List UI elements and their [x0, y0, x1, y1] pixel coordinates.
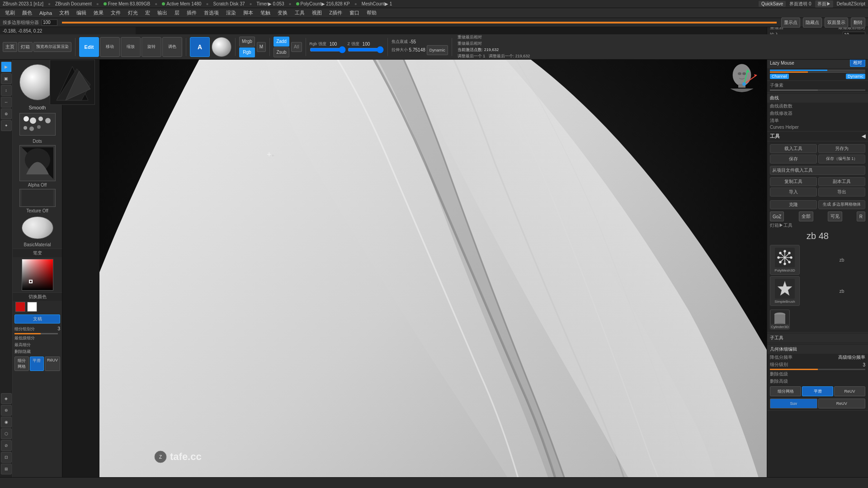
- subtool-header[interactable]: 子工具: [767, 333, 868, 343]
- import-btn[interactable]: 导入: [770, 188, 817, 197]
- menu-zplugin[interactable]: Z插件: [326, 9, 345, 17]
- rgb-intensity-range[interactable]: [310, 47, 346, 52]
- smooth-btn[interactable]: 平滑: [30, 357, 44, 371]
- sub-mesh-btn[interactable]: 细分网格: [770, 386, 801, 396]
- brush-type-btn[interactable]: A: [190, 37, 210, 57]
- reuv-btn[interactable]: RéUV: [45, 357, 60, 371]
- viewport[interactable]: + Z tafe.cc: [99, 60, 767, 477]
- all-btn[interactable]: 全部: [799, 211, 813, 221]
- display-point-btn[interactable]: 显示点: [781, 18, 800, 28]
- menu-layer[interactable]: 层: [171, 9, 183, 17]
- poly-group-slider[interactable]: [62, 22, 777, 23]
- thumb-cylinder[interactable]: Cylinder3D: [770, 310, 790, 329]
- rgb-btn[interactable]: Rgb: [239, 47, 255, 57]
- li-btn-bottom6[interactable]: ⊡: [1, 452, 12, 463]
- quick-save-btn[interactable]: QuickSave: [759, 1, 786, 7]
- fore-color-box[interactable]: [15, 302, 25, 312]
- smooth-geo-btn[interactable]: 平滑: [802, 386, 833, 396]
- menu-edit[interactable]: 编辑: [73, 9, 90, 17]
- export-btn[interactable]: 导出: [818, 188, 865, 197]
- menu-macro[interactable]: 宏: [142, 9, 153, 17]
- back-color-box[interactable]: [27, 302, 37, 312]
- thumb-polymesh[interactable]: PolyMesh3D: [770, 245, 800, 275]
- color-adjust-btn[interactable]: 调色: [162, 37, 182, 57]
- subdiv-slider-rp[interactable]: [770, 369, 865, 370]
- active-doc-btn[interactable]: 文稿: [14, 314, 60, 324]
- mode-btn[interactable]: 界面▶: [815, 0, 833, 8]
- li-btn-bottom5[interactable]: ⊘: [1, 440, 12, 451]
- menu-effects[interactable]: 效果: [90, 9, 107, 17]
- li-btn-3[interactable]: ↕: [1, 85, 12, 96]
- menu-alpha[interactable]: Alpha: [36, 9, 55, 17]
- load-project-btn[interactable]: 从项目文件载入工具: [770, 166, 865, 175]
- subdiv-slider[interactable]: [14, 333, 58, 334]
- menu-color[interactable]: 颜色: [19, 9, 35, 17]
- flip-btn[interactable]: 翻转: [851, 18, 865, 28]
- tab-home[interactable]: 主页: [3, 42, 17, 52]
- menu-render[interactable]: 渲染: [223, 9, 239, 17]
- hide-point-btn[interactable]: 隐藏点: [803, 18, 822, 28]
- visible-btn[interactable]: 可见: [828, 211, 842, 221]
- save-num-btn[interactable]: 保存（编号加 1）: [818, 155, 865, 164]
- copy-tool-btn[interactable]: 复制工具: [770, 177, 817, 186]
- zadd-btn[interactable]: Zadd: [274, 37, 289, 47]
- menu-lights[interactable]: 灯光: [125, 9, 141, 17]
- tab-preview[interactable]: 预览布尔运算渲染: [33, 42, 71, 52]
- menu-document[interactable]: 文档: [56, 9, 72, 17]
- menu-help[interactable]: 帮助: [363, 9, 380, 17]
- save-btn[interactable]: 保存: [770, 155, 817, 164]
- zsub-btn[interactable]: Zsub: [274, 47, 289, 57]
- menu-plugin[interactable]: 插件: [184, 9, 200, 17]
- li-btn-bottom4[interactable]: ⬡: [1, 428, 12, 439]
- li-btn-1[interactable]: ▶: [1, 61, 12, 72]
- sub-pixel-slider[interactable]: [770, 89, 865, 91]
- poly-group-input[interactable]: [42, 19, 57, 26]
- li-btn-2[interactable]: ▣: [1, 73, 12, 84]
- li-btn-4[interactable]: ↔: [1, 97, 12, 108]
- double-display-btn[interactable]: 双面显示: [825, 18, 848, 28]
- mrgb-btn[interactable]: Mrgb: [239, 37, 255, 47]
- menu-tool[interactable]: 工具: [292, 9, 308, 17]
- menu-brush[interactable]: 笔刷: [2, 9, 18, 17]
- menu-window[interactable]: 窗口: [346, 9, 363, 17]
- clone-btn[interactable]: 克隆: [770, 200, 817, 209]
- menu-output[interactable]: 输出: [154, 9, 170, 17]
- lazy-slider-2[interactable]: [770, 71, 865, 73]
- menu-file[interactable]: 文件: [108, 9, 124, 17]
- edit-btn[interactable]: Edit: [79, 37, 99, 57]
- atl-btn[interactable]: Atl: [291, 42, 302, 52]
- scale-btn[interactable]: 缩放: [121, 37, 141, 57]
- copy-tool2-btn[interactable]: 副本工具: [818, 177, 865, 186]
- m-btn[interactable]: M: [257, 42, 266, 52]
- move-btn[interactable]: 移动: [100, 37, 120, 57]
- texture-preview[interactable]: [19, 189, 56, 207]
- z-intensity-range[interactable]: [348, 47, 384, 52]
- import-tool-btn[interactable]: 载入工具: [770, 144, 817, 153]
- li-btn-bottom3[interactable]: ◉: [1, 417, 12, 427]
- subdiv-mesh-btn[interactable]: 细分网格: [14, 357, 29, 371]
- menu-preferences[interactable]: 首选项: [201, 9, 222, 17]
- dynamic-btn[interactable]: Dynamic: [427, 45, 448, 55]
- tab-lightbox[interactable]: 灯箱: [18, 42, 33, 52]
- li-btn-bottom2[interactable]: ⊛: [1, 405, 12, 416]
- suv-btn[interactable]: Suv: [770, 399, 817, 408]
- rotate-btn[interactable]: 旋转: [142, 37, 161, 57]
- alpha-preview[interactable]: [19, 145, 56, 181]
- lazy-slider-1[interactable]: [770, 70, 865, 71]
- curves-header[interactable]: 曲线: [767, 94, 868, 103]
- menu-view[interactable]: 视图: [309, 9, 325, 17]
- gen-multi-btn[interactable]: 生成 多边形网格物体: [818, 200, 865, 209]
- li-btn-5[interactable]: ⊕: [1, 108, 12, 119]
- color-gradient-picker[interactable]: [22, 259, 53, 291]
- r-btn[interactable]: R: [857, 211, 865, 221]
- menu-script[interactable]: 脚本: [240, 9, 256, 17]
- goz-btn[interactable]: GoZ: [770, 211, 784, 221]
- li-btn-6[interactable]: ✦: [1, 120, 12, 131]
- reuv2-btn[interactable]: ReUV: [818, 399, 866, 408]
- save-as-btn[interactable]: 另存为: [818, 144, 865, 153]
- menu-transform[interactable]: 变换: [274, 9, 291, 17]
- lazy-mouse-mode-btn[interactable]: 相对: [850, 59, 865, 67]
- li-btn-bottom7[interactable]: ⊞: [1, 464, 12, 474]
- thumb-simplebrush[interactable]: SimpleBrush: [770, 276, 800, 306]
- reuv-geo-btn[interactable]: ReUV: [834, 386, 865, 396]
